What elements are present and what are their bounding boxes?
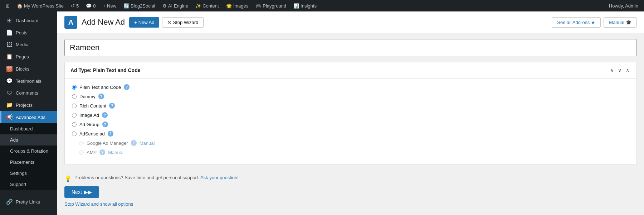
see-addons-button[interactable]: See all Add-ons ★ xyxy=(552,17,601,28)
radio-plain-text-input[interactable] xyxy=(72,85,77,90)
comments-icon: 🗨 xyxy=(6,90,13,96)
amp-manual-link[interactable]: Manual xyxy=(108,150,123,155)
help-icon-dummy[interactable]: ? xyxy=(98,94,104,99)
sidebar-item-aa-settings[interactable]: Settings xyxy=(0,168,57,179)
radio-dummy[interactable]: Dummy ? xyxy=(72,94,629,99)
sidebar-item-label: Pages xyxy=(16,54,29,59)
adminbar-new[interactable]: + New xyxy=(100,0,119,11)
sidebar-item-aa-dashboard[interactable]: Dashboard xyxy=(0,123,57,134)
ad-name-input[interactable] xyxy=(64,39,637,56)
radio-ad-group[interactable]: Ad Group ? xyxy=(72,121,629,127)
plus-icon: + xyxy=(134,20,137,25)
sidebar-item-advanced-ads[interactable]: 📢 Advanced Ads xyxy=(0,111,57,123)
help-icon-plain-text[interactable]: ? xyxy=(124,84,130,90)
sidebar-item-dashboard[interactable]: ⊞ Dashboard xyxy=(0,14,57,27)
sidebar-item-projects[interactable]: 📁 Projects xyxy=(0,99,57,111)
new-ad-button[interactable]: + New Ad xyxy=(129,17,159,28)
pretty-links-icon: 🔗 xyxy=(6,199,13,205)
adminbar-ai-engine[interactable]: ⚙ AI Engine xyxy=(160,0,191,11)
radio-image-ad-input[interactable] xyxy=(72,113,77,118)
sidebar-item-posts[interactable]: 📄 Posts xyxy=(0,27,57,39)
sidebar-item-media[interactable]: 🖼 Media xyxy=(0,39,57,51)
sidebar: ⊞ Dashboard 📄 Posts 🖼 Media 📋 Pages 🧱 Bl… xyxy=(0,11,57,215)
adminbar-images[interactable]: 🌟 Images xyxy=(223,0,252,11)
radio-ad-group-label[interactable]: Ad Group xyxy=(79,122,99,127)
help-icon-adsense[interactable]: ? xyxy=(108,131,113,137)
radio-adsense-label[interactable]: AdSense ad xyxy=(79,131,105,137)
radio-rich-content-input[interactable] xyxy=(72,104,77,108)
help-icon-google-ad-manager[interactable]: ? xyxy=(131,140,137,146)
help-icon-image-ad[interactable]: ? xyxy=(102,112,108,118)
radio-plain-text-label[interactable]: Plain Text and Code xyxy=(79,85,121,90)
radio-rich-content[interactable]: Rich Content ? xyxy=(72,103,629,109)
sidebar-item-aa-placements[interactable]: Placements xyxy=(0,157,57,168)
plus-icon: + xyxy=(103,3,106,9)
sidebar-item-testimonials[interactable]: 💬 Testimonials xyxy=(0,75,57,87)
lightbulb-icon: 💡 xyxy=(64,175,72,182)
adminbar-site-name[interactable]: 🏠 My WordPress Site xyxy=(14,0,67,11)
insights-icon: 📊 xyxy=(293,3,299,9)
dashboard-icon: ⊞ xyxy=(6,17,13,24)
sidebar-item-label: Media xyxy=(16,42,28,47)
ask-question-link[interactable]: Ask your question! xyxy=(200,175,239,180)
radio-image-ad[interactable]: Image Ad ? xyxy=(72,112,629,118)
help-icon-amp[interactable]: ? xyxy=(99,149,105,155)
sidebar-sub-label: Dashboard xyxy=(10,126,33,132)
sidebar-item-label: Pretty Links xyxy=(16,199,40,205)
new-ad-label: New Ad xyxy=(138,20,155,25)
adminbar-insights[interactable]: 📊 Insights xyxy=(291,0,319,11)
sidebar-item-blocks[interactable]: 🧱 Blocks xyxy=(0,63,57,75)
adminbar-user[interactable]: Howdy, Admin xyxy=(606,0,641,11)
adminbar-blog2social[interactable]: 🔄 Blog2Social xyxy=(121,0,158,11)
help-icon-ad-group[interactable]: ? xyxy=(102,121,108,127)
page-title: Add New Ad xyxy=(82,18,125,27)
blog2social-icon: 🔄 xyxy=(123,3,129,9)
comments-icon: 💬 xyxy=(86,3,92,9)
stop-wizard-button[interactable]: ✕ Stop Wizard xyxy=(162,17,204,28)
next-button[interactable]: Next ▶▶ xyxy=(64,186,99,198)
radio-dummy-label[interactable]: Dummy xyxy=(79,94,96,99)
sidebar-item-label: Posts xyxy=(16,30,28,35)
manual-button[interactable]: Manual 🎓 xyxy=(604,17,637,28)
content-icon: ✨ xyxy=(195,3,201,9)
google-ad-manager-manual-link[interactable]: Manual xyxy=(140,140,155,146)
wp-logo-icon: ⊞ xyxy=(6,3,10,9)
panel-header: Ad Type: Plain Text and Code ∧ ∨ ∧ xyxy=(65,62,636,78)
sidebar-item-comments[interactable]: 🗨 Comments xyxy=(0,87,57,99)
adminbar-updates[interactable]: ↺ 5 xyxy=(68,0,82,11)
panel-hide[interactable]: ∧ xyxy=(624,67,631,74)
sidebar-sub-label: Settings xyxy=(10,171,27,176)
updates-icon: ↺ xyxy=(71,3,75,9)
sidebar-item-aa-ads[interactable]: Ads xyxy=(0,134,57,145)
radio-adsense[interactable]: AdSense ad ? xyxy=(72,131,629,137)
sidebar-item-label: Testimonials xyxy=(16,78,42,84)
support-box: 💡 Problems or questions? Save time and g… xyxy=(64,171,637,186)
help-icon-rich-content[interactable]: ? xyxy=(109,103,115,109)
radio-adsense-input[interactable] xyxy=(72,132,77,136)
adminbar-playground[interactable]: 🎮 Playground xyxy=(253,0,289,11)
radio-amp-input xyxy=(79,150,84,155)
radio-rich-content-label[interactable]: Rich Content xyxy=(79,103,106,109)
radio-plain-text[interactable]: Plain Text and Code ? xyxy=(72,84,629,90)
adminbar-comments[interactable]: 💬 0 xyxy=(83,0,98,11)
sidebar-item-pages[interactable]: 📋 Pages xyxy=(0,51,57,63)
radio-ad-group-input[interactable] xyxy=(72,122,77,127)
panel-collapse-down[interactable]: ∨ xyxy=(616,67,623,74)
adminbar-wp-logo[interactable]: ⊞ xyxy=(3,0,13,11)
page-header-actions: + New Ad ✕ Stop Wizard xyxy=(129,17,204,28)
panel-collapse-up[interactable]: ∧ xyxy=(609,67,615,74)
radio-amp[interactable]: AMP ? Manual xyxy=(72,149,629,155)
blocks-icon: 🧱 xyxy=(6,66,13,72)
radio-google-ad-manager-label: Google Ad Manager xyxy=(87,140,128,146)
sidebar-item-aa-groups[interactable]: Groups & Rotation xyxy=(0,145,57,157)
radio-google-ad-manager-input xyxy=(79,141,84,145)
stop-label: Stop Wizard xyxy=(173,20,198,25)
sidebar-item-pretty-links[interactable]: 🔗 Pretty Links xyxy=(0,196,57,208)
sidebar-item-aa-support[interactable]: Support xyxy=(0,179,57,190)
radio-google-ad-manager[interactable]: Google Ad Manager ? Manual xyxy=(72,140,629,146)
radio-image-ad-label[interactable]: Image Ad xyxy=(79,113,99,118)
adminbar-content[interactable]: ✨ Content xyxy=(192,0,222,11)
radio-dummy-input[interactable] xyxy=(72,94,77,99)
stop-wizard-link[interactable]: Stop Wizard and show all options xyxy=(64,201,133,207)
sidebar-item-label: Comments xyxy=(16,90,38,96)
